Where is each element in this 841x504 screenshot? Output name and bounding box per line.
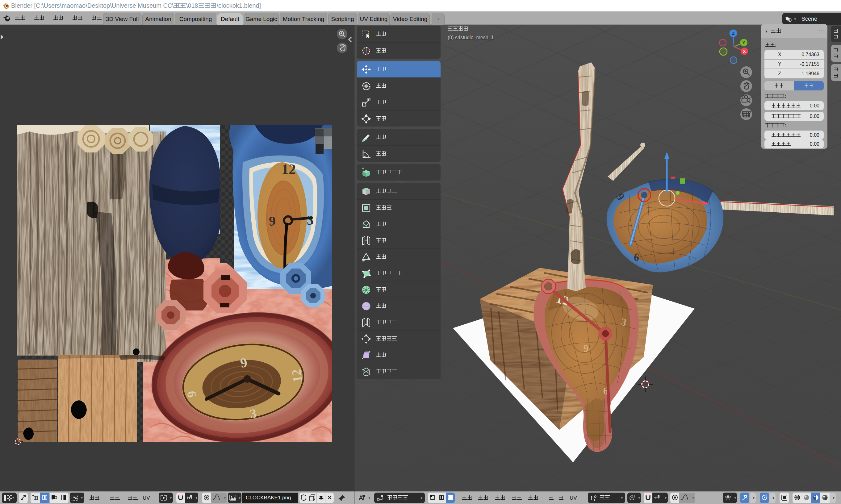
svg-text:12: 12 xyxy=(289,368,305,383)
svg-text:Z: Z xyxy=(732,31,735,36)
svg-text:X: X xyxy=(743,49,746,54)
svg-text:3: 3 xyxy=(307,213,314,228)
svg-text:12: 12 xyxy=(282,161,296,177)
svg-text:9: 9 xyxy=(269,214,276,229)
svg-text:Y: Y xyxy=(742,40,745,45)
